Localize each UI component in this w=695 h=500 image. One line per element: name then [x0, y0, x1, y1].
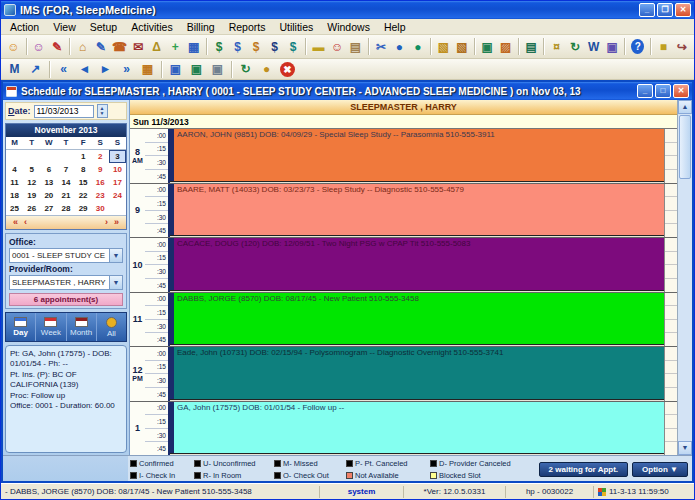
calendar-day[interactable]: 14: [57, 176, 74, 189]
tab-all[interactable]: All: [97, 313, 126, 341]
menu-view[interactable]: View: [46, 21, 83, 33]
world-clock-icon[interactable]: ●: [257, 60, 276, 79]
word-icon[interactable]: W: [585, 37, 602, 56]
calendar-day[interactable]: 17: [109, 176, 126, 189]
copy-appointments-icon[interactable]: ▦: [138, 60, 157, 79]
date-spinner[interactable]: ▲▼: [97, 104, 108, 118]
calendar-day[interactable]: 19: [23, 189, 40, 202]
calendar-day[interactable]: 22: [75, 189, 92, 202]
calendar-day[interactable]: 16: [92, 176, 109, 189]
scroll-thumb[interactable]: [679, 115, 691, 179]
appointment-count-button[interactable]: 6 appointment(s): [9, 293, 123, 306]
menu-action[interactable]: Action: [3, 21, 46, 33]
case-history-icon[interactable]: ⌂: [74, 37, 91, 56]
calendar-day[interactable]: 1: [75, 150, 92, 163]
schedule-scrollbar[interactable]: ▲ ▼: [677, 100, 692, 455]
calendar-day[interactable]: 8: [75, 163, 92, 176]
schedule-maximize-button[interactable]: □: [655, 84, 671, 98]
appointment-slot[interactable]: DABBS, JORGE (8570) DOB: 08/17/45 - New …: [170, 293, 664, 347]
patient-search-icon[interactable]: ☺: [30, 37, 47, 56]
menu-activities[interactable]: Activities: [124, 21, 179, 33]
folder-icon[interactable]: ▧: [435, 37, 452, 56]
calendar-day[interactable]: 13: [40, 176, 57, 189]
letters-icon[interactable]: ✉: [130, 37, 147, 56]
calendar-icon[interactable]: ▦: [185, 37, 202, 56]
schedule-minimize-button[interactable]: _: [637, 84, 653, 98]
calendar-day[interactable]: 18: [6, 189, 23, 202]
workstation-icon[interactable]: ▣: [166, 60, 185, 79]
calendar-day[interactable]: 9: [92, 163, 109, 176]
calendar-day[interactable]: 24: [109, 189, 126, 202]
calendar-day[interactable]: 4: [6, 163, 23, 176]
appointment-block[interactable]: AARON, JOHN (9851) DOB: 04/09/29 - Speci…: [170, 129, 664, 182]
schedule-close-button[interactable]: ✕: [673, 84, 689, 98]
collections-icon[interactable]: $: [285, 37, 302, 56]
billing-icon[interactable]: $: [211, 37, 228, 56]
appointment-block[interactable]: Eade, John (10731) DOB: 02/15/94 - Polys…: [170, 347, 664, 400]
open-folder-icon[interactable]: ▨: [498, 37, 515, 56]
claims-icon[interactable]: $: [229, 37, 246, 56]
ledger-icon[interactable]: $: [266, 37, 283, 56]
provider-dropdown-icon[interactable]: ▼: [109, 276, 122, 289]
provider-select[interactable]: SLEEPMASTER , HARRY ▼: [9, 275, 123, 290]
scroll-down-button[interactable]: ▼: [678, 441, 692, 455]
calendar-day[interactable]: 23: [92, 189, 109, 202]
progress-notes-icon[interactable]: ✎: [93, 37, 110, 56]
tab-day[interactable]: Day: [6, 313, 36, 341]
calendar-day[interactable]: 11: [6, 176, 23, 189]
calendar-next-month-button[interactable]: ›: [102, 216, 111, 229]
tab-week[interactable]: Week: [36, 313, 66, 341]
first-record-icon[interactable]: «: [54, 60, 73, 79]
last-record-icon[interactable]: »: [117, 60, 136, 79]
dictation-icon[interactable]: ☎: [111, 37, 128, 56]
close-button[interactable]: ✕: [675, 3, 691, 17]
menu-setup[interactable]: Setup: [83, 21, 124, 33]
exchange-icon[interactable]: ↻: [567, 37, 584, 56]
web-portal-icon[interactable]: ●: [391, 37, 408, 56]
calendar-day[interactable]: 21: [57, 189, 74, 202]
calendar-day[interactable]: 28: [57, 202, 74, 215]
calendar-day[interactable]: 7: [57, 163, 74, 176]
appointment-block[interactable]: CACACE, DOUG (120) DOB: 12/09/51 - Two N…: [170, 238, 664, 291]
scroll-up-button[interactable]: ▲: [678, 100, 692, 114]
calendar-prev-month-button[interactable]: ‹: [21, 216, 30, 229]
referral-icon[interactable]: ☺: [329, 37, 346, 56]
next-record-icon[interactable]: ►: [96, 60, 115, 79]
appointment-block[interactable]: DABBS, JORGE (8570) DOB: 08/17/45 - New …: [170, 293, 664, 346]
workstation-report-icon[interactable]: ▣: [208, 60, 227, 79]
calendar-day[interactable]: 30: [92, 202, 109, 215]
scroll-track[interactable]: [678, 180, 692, 441]
menu-help[interactable]: Help: [377, 21, 413, 33]
calendar-day[interactable]: 3: [109, 150, 126, 163]
reports-icon[interactable]: ▤: [523, 37, 540, 56]
calendar-day[interactable]: 12: [23, 176, 40, 189]
calendar-prev-year-button[interactable]: «: [10, 216, 21, 229]
menu-reports[interactable]: Reports: [222, 21, 273, 33]
remittance-icon[interactable]: $: [248, 37, 265, 56]
appointment-slot[interactable]: AARON, JOHN (9851) DOB: 04/09/29 - Speci…: [170, 129, 664, 183]
lock-icon[interactable]: ■: [655, 37, 672, 56]
minimize-button[interactable]: _: [639, 3, 655, 17]
insurance-card-icon[interactable]: ▬: [310, 37, 327, 56]
calendar-day[interactable]: 27: [40, 202, 57, 215]
refresh-icon[interactable]: ↻: [236, 60, 255, 79]
option-button[interactable]: Option ▼: [632, 462, 688, 477]
menu-windows[interactable]: Windows: [320, 21, 377, 33]
waiting-for-appt-button[interactable]: 2 waiting for Appt.: [539, 462, 628, 477]
prev-record-icon[interactable]: ◄: [75, 60, 94, 79]
security-icon[interactable]: ¤: [548, 37, 565, 56]
calendar-day[interactable]: 20: [40, 189, 57, 202]
appointment-slot[interactable]: CACACE, DOUG (120) DOB: 12/09/51 - Two N…: [170, 238, 664, 292]
tab-month[interactable]: Month: [67, 313, 97, 341]
immunization-icon[interactable]: +: [167, 37, 184, 56]
remote-session-icon[interactable]: ▣: [604, 37, 621, 56]
help-icon[interactable]: ?: [631, 39, 644, 54]
stop-icon[interactable]: ✖: [280, 62, 295, 77]
logout-icon[interactable]: ↪: [674, 37, 691, 56]
web-sync-icon[interactable]: ●: [410, 37, 427, 56]
calendar-day[interactable]: 25: [6, 202, 23, 215]
calendar-day[interactable]: 6: [40, 163, 57, 176]
find-icon[interactable]: M: [5, 60, 24, 79]
appointment-slot[interactable]: GA, John (17575) DOB: 01/01/54 - Follow …: [170, 402, 664, 456]
lab-icon[interactable]: Δ: [148, 37, 165, 56]
